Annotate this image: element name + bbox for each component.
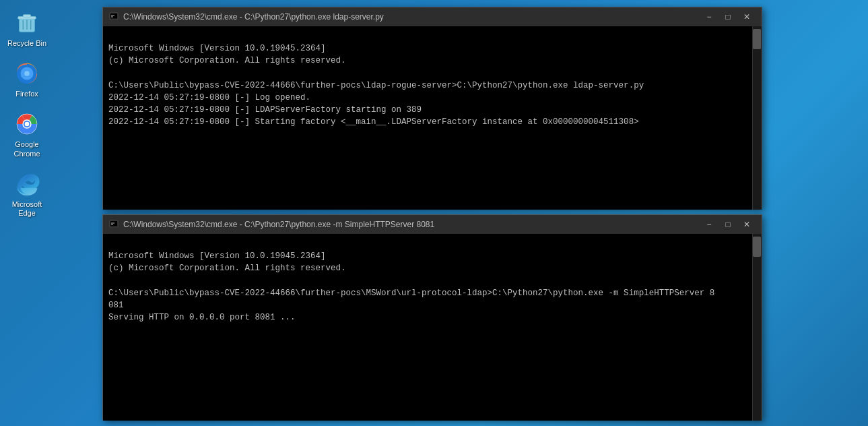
edge-icon <box>13 171 40 197</box>
svg-point-13 <box>25 122 30 127</box>
svg-rect-2 <box>23 15 30 18</box>
close-button-ldap[interactable]: ✕ <box>737 10 756 24</box>
cmd-line-http-1: Microsoft Windows [Version 10.0.19045.23… <box>108 251 714 322</box>
cmd-titlebar-http[interactable]: C:\Windows\System32\cmd.exe - C:\Python2… <box>103 215 762 234</box>
firefox-icon <box>13 60 40 87</box>
cmd-line-1: Microsoft Windows [Version 10.0.19045.23… <box>108 44 644 127</box>
cmd-title-http: C:\Windows\System32\cmd.exe - C:\Python2… <box>123 220 694 229</box>
desktop-icon-recycle-bin[interactable]: Recycle Bin <box>4 7 50 51</box>
cmd-window-ldap: C:\Windows\System32\cmd.exe - C:\Python2… <box>102 7 762 209</box>
minimize-button-ldap[interactable]: − <box>700 10 719 24</box>
minimize-button-http[interactable]: − <box>700 218 719 231</box>
desktop-icon-area: Recycle Bin Firefox <box>0 0 54 426</box>
cmd-controls-http: − □ ✕ <box>700 218 756 231</box>
recycle-bin-label: Recycle Bin <box>7 39 46 48</box>
desktop-icon-edge[interactable]: Microsoft Edge <box>4 168 50 220</box>
cmd-icon-http <box>108 219 119 230</box>
desktop-icon-chrome[interactable]: Google Chrome <box>4 108 50 160</box>
cmd-controls-ldap: − □ ✕ <box>700 10 756 24</box>
cmd-title-ldap: C:\Windows\System32\cmd.exe - C:\Python2… <box>123 12 694 22</box>
desktop-icon-firefox[interactable]: Firefox <box>4 57 50 101</box>
cmd-scrollbar-ldap[interactable] <box>752 26 762 210</box>
cmd-scrollbar-thumb-ldap[interactable] <box>753 29 761 49</box>
cmd-body-ldap: Microsoft Windows [Version 10.0.19045.23… <box>103 26 752 210</box>
cmd-scrollbar-thumb-http[interactable] <box>753 237 761 257</box>
svg-rect-23 <box>110 226 117 228</box>
svg-rect-18 <box>110 19 117 20</box>
cmd-window-http: C:\Windows\System32\cmd.exe - C:\Python2… <box>102 214 762 420</box>
maximize-button-ldap[interactable]: □ <box>719 10 737 24</box>
cmd-body-http: Microsoft Windows [Version 10.0.19045.23… <box>103 234 752 421</box>
firefox-label: Firefox <box>15 90 38 98</box>
close-button-http[interactable]: ✕ <box>737 218 756 231</box>
recycle-bin-icon <box>13 9 40 36</box>
svg-point-9 <box>24 71 30 76</box>
cmd-scrollbar-http[interactable] <box>752 234 762 421</box>
edge-label: Microsoft Edge <box>7 200 47 218</box>
chrome-label: Google Chrome <box>7 140 47 158</box>
cmd-titlebar-ldap[interactable]: C:\Windows\System32\cmd.exe - C:\Python2… <box>103 7 762 26</box>
maximize-button-http[interactable]: □ <box>719 218 737 231</box>
cmd-icon-ldap <box>108 11 119 22</box>
chrome-icon <box>13 111 40 138</box>
